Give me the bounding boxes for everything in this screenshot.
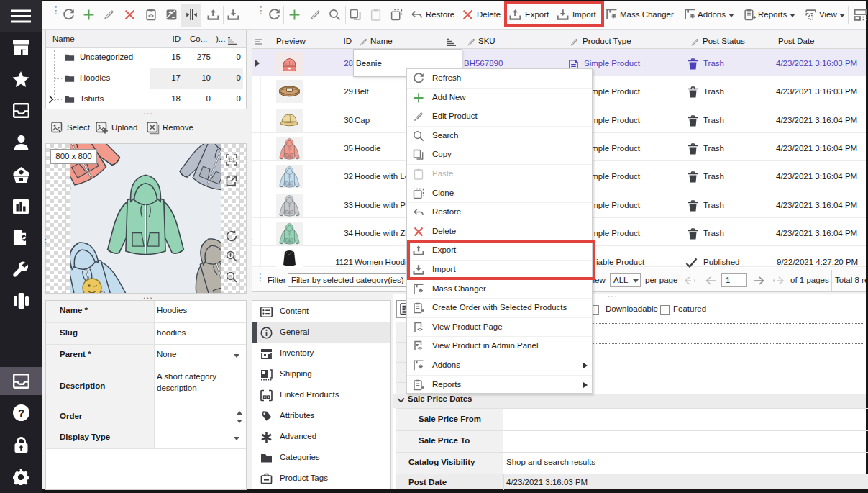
svg-text:1:1: 1:1 (228, 158, 235, 163)
svg-text:?: ? (18, 407, 24, 419)
